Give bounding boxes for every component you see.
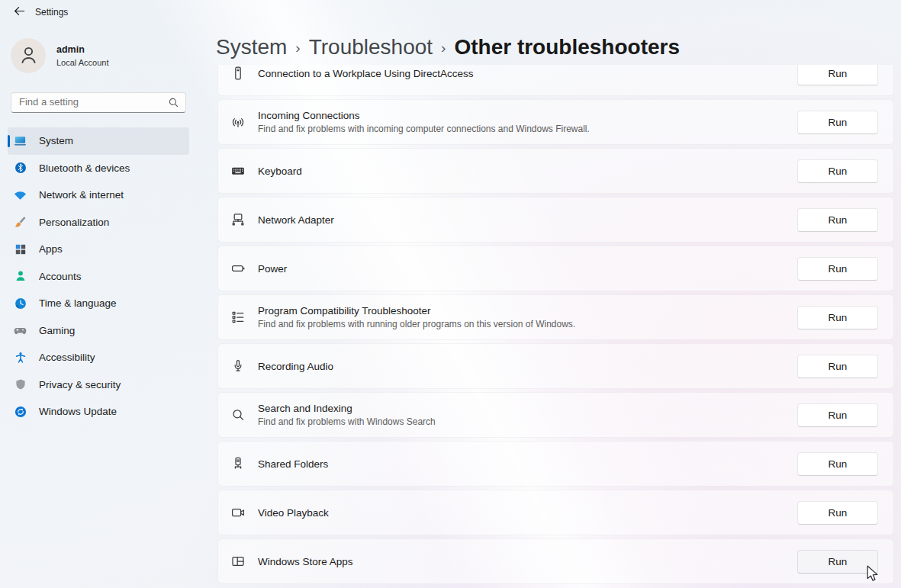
breadcrumb: System › Troubleshoot › Other troublesho… xyxy=(216,34,680,63)
troubleshooter-row-connection-to-a-workplace-using-directaccess: Connection to a Workplace Using DirectAc… xyxy=(217,65,894,96)
windows-update-icon xyxy=(14,405,27,418)
troubleshooter-name: Power xyxy=(258,263,797,275)
run-button[interactable]: Run xyxy=(797,159,878,183)
system-icon xyxy=(14,134,27,147)
troubleshooter-row-recording-audio: Recording Audio Run xyxy=(217,343,894,389)
search-box xyxy=(11,92,186,113)
run-button[interactable]: Run xyxy=(797,403,878,427)
sidebar-item-personalization[interactable]: Personalization xyxy=(8,209,189,236)
breadcrumb-separator: › xyxy=(441,34,446,62)
power-icon xyxy=(230,261,246,276)
troubleshooter-name: Connection to a Workplace Using DirectAc… xyxy=(258,68,797,79)
run-button[interactable]: Run xyxy=(797,452,878,476)
run-button[interactable]: Run xyxy=(797,257,878,281)
workplace-phone-icon xyxy=(230,66,246,81)
sidebar-item-apps[interactable]: Apps xyxy=(8,236,189,263)
run-button[interactable]: Run xyxy=(797,111,878,134)
network-adapter-icon xyxy=(230,212,246,227)
troubleshooter-name: Program Compatibility Troubleshooter xyxy=(258,305,797,316)
gaming-icon xyxy=(14,324,27,337)
sidebar-nav: System Bluetooth & devices Network & int… xyxy=(8,127,189,426)
bluetooth-icon xyxy=(14,162,27,175)
troubleshooter-name: Video Playback xyxy=(258,507,797,519)
troubleshooter-row-network-adapter: Network Adapter Run xyxy=(217,197,894,243)
network-icon xyxy=(14,188,27,201)
video-playback-icon xyxy=(230,505,246,520)
troubleshooter-row-search-and-indexing: Search and Indexing Find and fix problem… xyxy=(217,392,894,438)
page-title: Other troubleshooters xyxy=(454,34,680,61)
run-button[interactable]: Run xyxy=(797,208,878,232)
run-button[interactable]: Run xyxy=(797,355,878,378)
user-account-card[interactable]: admin Local Account xyxy=(11,38,201,73)
troubleshooter-name: Recording Audio xyxy=(258,361,797,372)
troubleshooter-description: Find and fix problems with Windows Searc… xyxy=(258,416,797,427)
troubleshooter-name: Search and Indexing xyxy=(258,403,797,414)
sidebar-item-windows-update[interactable]: Windows Update xyxy=(8,398,189,426)
troubleshooter-description: Find and fix problems with incoming comp… xyxy=(258,124,797,134)
sidebar-item-network-internet[interactable]: Network & internet xyxy=(8,182,189,209)
troubleshooter-name: Keyboard xyxy=(258,165,797,177)
sidebar-item-accessibility[interactable]: Accessibility xyxy=(8,344,189,371)
search-input[interactable] xyxy=(11,96,169,109)
troubleshooter-row-windows-store-apps: Windows Store Apps Run xyxy=(217,538,894,584)
avatar xyxy=(11,38,46,73)
back-arrow-icon xyxy=(14,5,25,20)
back-button[interactable] xyxy=(8,2,31,22)
windows-store-icon xyxy=(230,554,246,569)
sidebar-item-gaming[interactable]: Gaming xyxy=(8,317,189,345)
troubleshooter-name: Incoming Connections xyxy=(258,110,797,121)
troubleshooter-name: Network Adapter xyxy=(258,214,797,226)
sidebar-item-time-language[interactable]: Time & language xyxy=(8,290,189,317)
apps-icon xyxy=(14,243,27,255)
run-button[interactable]: Run xyxy=(797,501,878,525)
troubleshooter-description: Find and fix problems with running older… xyxy=(258,319,797,329)
sidebar-item-accounts[interactable]: Accounts xyxy=(8,263,189,291)
sidebar-item-privacy-security[interactable]: Privacy & security xyxy=(8,371,189,399)
search-indexing-icon xyxy=(230,407,246,423)
incoming-connections-icon xyxy=(230,114,246,130)
privacy-security-icon xyxy=(14,378,27,391)
troubleshooter-row-power: Power Run xyxy=(217,246,894,291)
troubleshooter-list: Connection to a Workplace Using DirectAc… xyxy=(217,65,894,588)
user-name: admin xyxy=(56,44,109,55)
troubleshooter-row-shared-folders: Shared Folders Run xyxy=(217,441,894,487)
breadcrumb-segment-troubleshoot[interactable]: Troubleshoot xyxy=(309,34,433,61)
shared-folders-icon xyxy=(230,456,246,471)
person-icon xyxy=(18,44,39,68)
accessibility-icon xyxy=(14,351,27,364)
search-icon xyxy=(169,98,179,108)
troubleshooter-name: Shared Folders xyxy=(258,458,797,470)
troubleshooter-name: Windows Store Apps xyxy=(258,556,797,567)
sidebar-item-bluetooth-devices[interactable]: Bluetooth & devices xyxy=(8,155,189,182)
personalization-icon xyxy=(14,216,27,229)
keyboard-icon xyxy=(230,163,246,178)
recording-audio-icon xyxy=(230,358,246,374)
troubleshooter-row-program-compatibility-troubleshooter: Program Compatibility Troubleshooter Fin… xyxy=(217,294,894,340)
run-button[interactable]: Run xyxy=(797,550,878,574)
troubleshooter-row-keyboard: Keyboard Run xyxy=(217,148,894,194)
troubleshooter-row-video-playback: Video Playback Run xyxy=(217,490,894,535)
accounts-icon xyxy=(14,270,27,283)
user-account-type: Local Account xyxy=(56,58,109,67)
breadcrumb-separator: › xyxy=(295,34,300,62)
app-title: Settings xyxy=(35,7,68,18)
time-language-icon xyxy=(14,297,27,310)
breadcrumb-segment-system[interactable]: System xyxy=(216,34,287,61)
sidebar-item-system[interactable]: System xyxy=(8,127,189,155)
run-button[interactable]: Run xyxy=(797,306,878,329)
troubleshooter-row-incoming-connections: Incoming Connections Find and fix proble… xyxy=(217,99,894,145)
run-button[interactable]: Run xyxy=(797,65,878,85)
window-titlebar: Settings xyxy=(0,0,68,24)
program-compatibility-icon xyxy=(230,310,246,325)
